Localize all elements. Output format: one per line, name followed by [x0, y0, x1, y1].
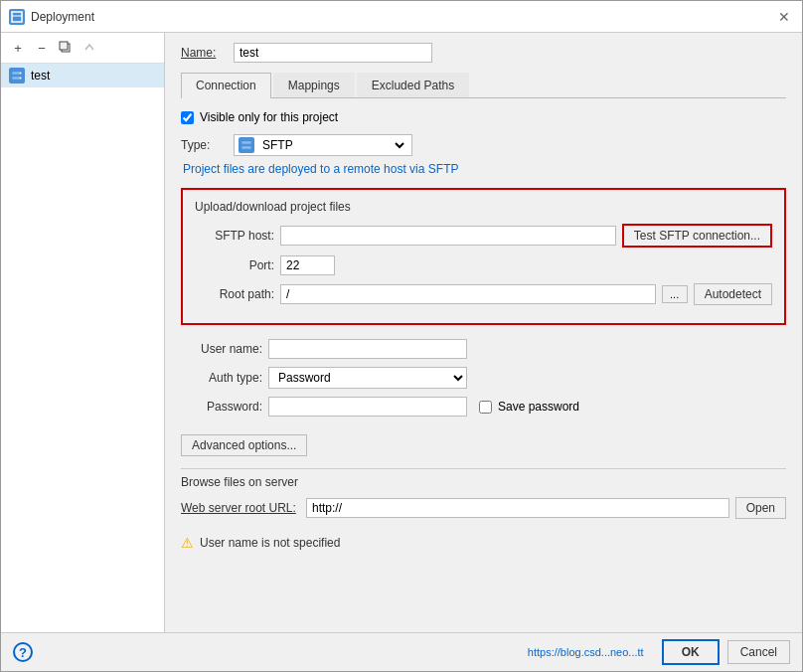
autodetect-button[interactable]: Autodetect [694, 283, 772, 305]
save-password-row: Save password [479, 400, 579, 414]
move-up-button[interactable] [79, 37, 100, 59]
deployment-dialog: Deployment ✕ + − [0, 0, 803, 672]
svg-rect-8 [241, 141, 251, 144]
browse-section: Browse files on server Web server root U… [181, 475, 786, 519]
close-button[interactable]: ✕ [774, 7, 794, 27]
help-button[interactable]: ? [13, 642, 33, 662]
open-button[interactable]: Open [735, 497, 786, 519]
sftp-host-label: SFTP host: [195, 229, 274, 243]
sidebar-toolbar: + − [1, 33, 164, 64]
password-row: Password: Save password [183, 397, 786, 417]
warning-icon: ⚠ [181, 535, 194, 551]
port-label: Port: [195, 258, 274, 272]
svg-rect-0 [12, 12, 22, 22]
user-name-row: User name: [183, 339, 786, 359]
web-server-url-label: Web server root URL: [181, 501, 300, 515]
save-password-checkbox[interactable] [479, 401, 492, 414]
title-bar: Deployment ✕ [1, 1, 802, 33]
root-path-row: Root path: ... Autodetect [195, 283, 772, 305]
user-name-input[interactable] [268, 339, 467, 359]
dialog-footer: ? https://blog.csd...neo...tt OK Cancel [1, 632, 802, 671]
port-row: Port: [195, 255, 772, 275]
test-sftp-button[interactable]: Test SFTP connection... [622, 224, 772, 248]
svg-rect-9 [241, 146, 251, 149]
ok-button[interactable]: OK [662, 639, 720, 665]
password-label: Password: [183, 400, 262, 414]
main-panel: Name: Connection Mappings Excluded Paths… [165, 33, 802, 632]
advanced-options-button[interactable]: Advanced options... [181, 434, 307, 456]
root-path-label: Root path: [195, 287, 274, 301]
copy-button[interactable] [55, 37, 77, 59]
auth-type-select[interactable]: Password Key pair OpenSSH config [268, 367, 467, 389]
name-input[interactable] [234, 43, 432, 63]
dialog-icon [9, 9, 25, 25]
name-label: Name: [181, 46, 226, 60]
cancel-button[interactable]: Cancel [727, 640, 790, 664]
lower-fields: User name: Auth type: Password Key pair … [181, 339, 786, 424]
type-select-wrapper[interactable]: SFTP FTP Local [234, 134, 412, 156]
main-content: + − [1, 33, 802, 632]
tab-connection[interactable]: Connection [181, 73, 271, 98]
browse-path-button[interactable]: ... [662, 285, 688, 303]
auth-type-row: Auth type: Password Key pair OpenSSH con… [183, 367, 786, 389]
type-label: Type: [181, 138, 226, 152]
visible-only-label: Visible only for this project [200, 110, 338, 124]
tab-bar: Connection Mappings Excluded Paths [181, 73, 786, 98]
visible-only-checkbox[interactable] [181, 111, 194, 124]
warning-row: ⚠ User name is not specified [181, 535, 786, 551]
user-name-label: User name: [183, 342, 262, 356]
dialog-title: Deployment [31, 10, 768, 24]
separator [181, 468, 786, 469]
port-input[interactable] [280, 255, 335, 275]
browse-section-title: Browse files on server [181, 475, 786, 489]
svg-rect-3 [60, 42, 68, 50]
save-password-label: Save password [498, 400, 579, 414]
auth-type-label: Auth type: [183, 371, 262, 385]
password-input[interactable] [268, 397, 467, 417]
warning-text: User name is not specified [200, 536, 340, 550]
sidebar-item-test[interactable]: test [1, 64, 164, 87]
sftp-host-row: SFTP host: Test SFTP connection... [195, 224, 772, 248]
sidebar-item-label: test [31, 69, 50, 83]
svg-point-6 [20, 73, 22, 75]
root-path-input[interactable] [280, 284, 656, 304]
add-button[interactable]: + [7, 37, 29, 59]
footer-right: https://blog.csd...neo...tt OK Cancel [528, 639, 790, 665]
tab-excluded-paths[interactable]: Excluded Paths [357, 73, 469, 97]
info-text: Project files are deployed to a remote h… [181, 162, 786, 176]
sftp-icon [239, 137, 254, 153]
upload-section-box: Upload/download project files SFTP host:… [181, 188, 786, 325]
sftp-host-input[interactable] [280, 226, 616, 246]
type-row: Type: SFTP FTP Local [181, 134, 786, 156]
section-title: Upload/download project files [195, 200, 772, 214]
server-icon [9, 68, 25, 84]
browse-row: Web server root URL: Open [181, 497, 786, 519]
footer-url: https://blog.csd...neo...tt [528, 646, 644, 658]
advanced-options-row: Advanced options... [181, 434, 786, 456]
visible-only-row: Visible only for this project [181, 110, 786, 124]
sidebar: + − [1, 33, 165, 632]
remove-button[interactable]: − [31, 37, 53, 59]
web-server-url-input[interactable] [306, 498, 729, 518]
type-select[interactable]: SFTP FTP Local [258, 137, 407, 153]
tab-mappings[interactable]: Mappings [273, 73, 355, 97]
name-row: Name: [181, 43, 786, 63]
svg-point-7 [20, 78, 22, 80]
